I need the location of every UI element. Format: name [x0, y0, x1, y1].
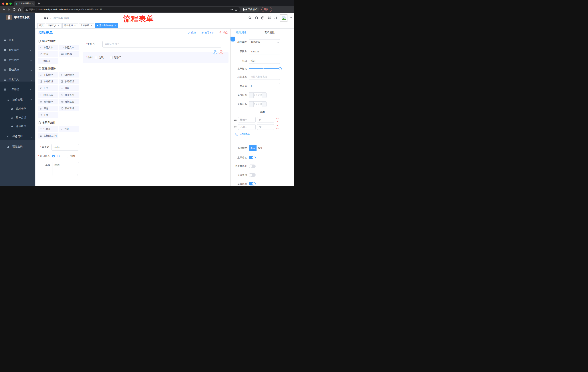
- font-size-icon[interactable]: [274, 16, 277, 20]
- canvas-field-phone[interactable]: *手机号 请输入手机号: [83, 41, 229, 47]
- tag-home[interactable]: 首页: [37, 23, 45, 28]
- status-radio-off[interactable]: 关闭: [66, 155, 75, 158]
- browser-tab[interactable]: 芋道管理系统: [14, 1, 35, 6]
- tag-close-icon[interactable]: ×: [57, 24, 60, 27]
- disabled-switch[interactable]: [249, 173, 256, 177]
- stepper-minus-button[interactable]: −: [249, 93, 254, 98]
- border-switch[interactable]: [249, 165, 256, 168]
- show-label-switch[interactable]: [249, 156, 256, 159]
- palette-item-row-container[interactable]: 行容器: [38, 126, 58, 132]
- sidebar-item-payment[interactable]: 支付管理: [0, 57, 35, 63]
- default-value-input[interactable]: 1: [249, 83, 280, 89]
- search-icon[interactable]: [248, 16, 252, 20]
- tag-close-icon[interactable]: ×: [114, 24, 116, 27]
- window-zoom-button[interactable]: [10, 2, 12, 5]
- update-button[interactable]: 更新: [262, 7, 272, 12]
- doc-link-button[interactable]: [231, 37, 235, 42]
- sidebar-item-system[interactable]: 系统管理: [0, 47, 35, 53]
- forward-icon[interactable]: [7, 8, 10, 11]
- resize-grip-icon[interactable]: [77, 174, 78, 175]
- breadcrumb-home[interactable]: 首页: [44, 16, 49, 20]
- tag-process-definition[interactable]: 流程定义×: [46, 23, 62, 28]
- title-input[interactable]: 性别: [249, 58, 280, 64]
- sidebar-item-devtools[interactable]: 研发工具: [0, 77, 35, 82]
- avatar[interactable]: [280, 14, 287, 22]
- option-name-input[interactable]: 选项二: [238, 124, 256, 130]
- remark-textarea[interactable]: 嘿嘿: [52, 162, 79, 176]
- sidebar-item-task-mgmt[interactable]: 任务管理: [0, 134, 35, 139]
- stepper-plus-button[interactable]: +: [262, 102, 266, 107]
- sidebar-item-infrastructure[interactable]: 基础设施: [0, 67, 35, 72]
- tag-close-icon[interactable]: ×: [74, 24, 76, 27]
- palette-item-editor[interactable]: 编辑器: [38, 58, 58, 64]
- checkbox-icon[interactable]: [94, 56, 97, 59]
- sidebar-item-leave-query[interactable]: 请假查询: [0, 144, 35, 149]
- palette-item-textarea[interactable]: 多行文本: [59, 45, 79, 50]
- github-icon[interactable]: [255, 16, 258, 20]
- max-select-stepper[interactable]: − 最多可选 +: [249, 101, 266, 107]
- avatar-caret-icon[interactable]: [290, 18, 292, 19]
- sidebar-item-home[interactable]: 首页: [0, 38, 35, 43]
- clear-button[interactable]: 清空: [219, 31, 228, 34]
- tab-component-props[interactable]: 组件属性: [231, 29, 252, 36]
- home-icon[interactable]: [18, 8, 21, 11]
- bookmark-star-icon[interactable]: [234, 8, 238, 11]
- not-secure-chip[interactable]: 不安全: [25, 8, 35, 11]
- option-value-input[interactable]: 女: [257, 124, 274, 130]
- palette-item-time-range[interactable]: 时间范围: [59, 92, 79, 98]
- sidebar-item-process-model[interactable]: 流程模型: [0, 124, 35, 129]
- style-button-button[interactable]: 按钮: [257, 145, 264, 151]
- copy-component-button[interactable]: [213, 50, 217, 54]
- stepper-plus-button[interactable]: +: [262, 93, 266, 98]
- palette-item-radio-group[interactable]: 单选框组: [38, 79, 58, 84]
- url-text[interactable]: dashboard.yudao.iocoder.cn/bpm/manager/f…: [38, 8, 229, 11]
- palette-item-single-text[interactable]: 单行文本: [38, 45, 58, 50]
- palette-item-color-picker[interactable]: 颜色选择: [59, 106, 79, 111]
- fullscreen-icon[interactable]: [267, 16, 271, 20]
- gender-option-1[interactable]: 选项一: [94, 56, 106, 59]
- label-width-input[interactable]: 请输入标签宽度: [249, 74, 280, 80]
- palette-item-rate[interactable]: 评分: [38, 106, 58, 111]
- option-value-input[interactable]: 男: [257, 117, 274, 122]
- reload-icon[interactable]: [12, 8, 16, 11]
- sidebar-item-user-group[interactable]: 用户分组: [0, 115, 35, 120]
- checkbox-icon[interactable]: [110, 56, 113, 59]
- required-switch[interactable]: [249, 182, 256, 185]
- palette-item-switch[interactable]: 开关: [38, 85, 58, 91]
- delete-component-button[interactable]: [219, 50, 223, 54]
- palette-item-select[interactable]: 下拉选择: [38, 72, 58, 77]
- palette-item-time-picker[interactable]: 时间选择: [38, 92, 58, 98]
- component-type-select[interactable]: 多选框组: [249, 39, 280, 45]
- tag-process-form-edit[interactable]: 流程表单-编辑×: [95, 23, 118, 28]
- canvas-drop-area[interactable]: *手机号 请输入手机号 *性别 选项一 选项二: [81, 36, 230, 186]
- back-icon[interactable]: [2, 8, 5, 11]
- remove-option-button[interactable]: −: [276, 125, 279, 129]
- sidebar-item-workflow[interactable]: 工作流程: [0, 87, 35, 92]
- palette-item-table[interactable]: 表格[开发中]: [38, 133, 58, 138]
- tag-close-icon[interactable]: ×: [90, 24, 93, 27]
- palette-item-slider[interactable]: 滑块: [59, 85, 79, 91]
- canvas-field-gender-selected[interactable]: *性别 选项一 选项二: [83, 53, 229, 63]
- palette-item-password[interactable]: 密码: [38, 51, 58, 57]
- gender-option-2[interactable]: 选项二: [110, 56, 122, 59]
- min-select-stepper[interactable]: − 至少应选 +: [249, 93, 266, 98]
- url-bar[interactable]: 不安全 dashboard.yudao.iocoder.cn/bpm/manag…: [23, 7, 240, 12]
- sidebar-logo-row[interactable]: 芋道管理系统: [0, 14, 35, 21]
- palette-item-counter[interactable]: 123 计数器: [59, 51, 79, 57]
- style-default-button[interactable]: 默认: [249, 145, 257, 151]
- form-grid-slider[interactable]: [249, 67, 280, 70]
- palette-item-checkbox-group[interactable]: 多选框组: [59, 79, 79, 84]
- key-icon[interactable]: [230, 8, 233, 11]
- new-tab-button[interactable]: [37, 2, 40, 5]
- field-name-input[interactable]: field122: [249, 49, 280, 54]
- view-json-button[interactable]: 查看json: [201, 31, 214, 34]
- help-icon[interactable]: [261, 16, 264, 20]
- tag-process-form[interactable]: 流程表单×: [79, 23, 94, 28]
- sidebar-item-process-mgmt[interactable]: 流程管理: [0, 97, 35, 102]
- remove-option-button[interactable]: −: [276, 118, 279, 122]
- slider-handle[interactable]: [279, 67, 282, 70]
- browser-menu-icon[interactable]: [270, 8, 270, 11]
- palette-item-button[interactable]: 按钮: [59, 126, 79, 132]
- add-option-button[interactable]: + 添加选项: [235, 133, 294, 136]
- status-radio-on[interactable]: 开启: [52, 155, 61, 158]
